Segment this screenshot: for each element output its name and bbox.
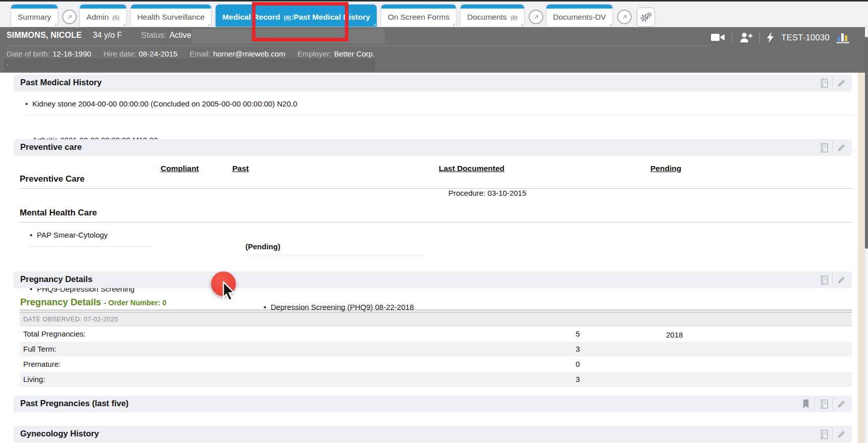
section-past-medical-history: Past Medical History [14,75,852,91]
email-value: horner@mieweb.com [213,49,285,58]
subtitle-order-number: - Order Number: 0 [104,299,167,307]
app-screen: Summary Admin (5) Health Surveillance Me… [0,0,868,443]
gears-icon [640,12,652,23]
pmh-item: Kidney stone 2004-00-00 00:00:00 (Conclu… [24,97,860,116]
scrollbar-thumb[interactable] [865,37,868,249]
add-person-icon[interactable] [739,32,752,42]
right-sidebar-strip [858,73,865,443]
tab-admin[interactable]: Admin (5) [80,5,126,27]
patient-demographics-row: Date of birth:12-18-1990 Hire date:08-24… [7,45,713,58]
row-value: 5 [576,329,580,338]
dob-value: 12-18-1990 [53,49,91,58]
pregnancy-row: Living: 3 [20,372,852,387]
subtitle-main: Pregnancy Details [20,297,101,307]
date-observed-row: DATE OBSERVED: 07-02-2025 [20,312,852,326]
section-gynecology-history: Gynecology History [14,426,852,442]
section-title: Past Medical History [20,78,101,87]
journal-button[interactable] [815,75,832,91]
column-header-compliant: Compliant [161,164,199,173]
window-top-edge [0,0,868,2]
row-value: 3 [576,375,580,383]
summary-popout-button[interactable] [62,10,77,24]
flowsheet-chart-icon[interactable] [837,32,851,43]
mouse-cursor [221,281,237,302]
tab-badge: (8) [510,15,518,21]
edit-pencil-button[interactable] [833,426,850,442]
external-link-icon [67,14,73,20]
hire-date-value: 08-24-2015 [139,49,178,58]
last-documented-value: Procedure: 03-10-2015 [448,189,526,197]
row-value: 0 [576,360,580,368]
quick-action-bolt-icon[interactable] [767,32,774,43]
edit-pencil-button[interactable] [833,396,850,412]
section-title: Gynecology History [20,429,99,438]
pregnancy-row: Total Pregnancies: 5 [20,326,852,342]
section-title: Pregnancy Details [20,274,92,284]
section-title: Past Pregnancies (last five) [20,399,129,408]
email-label: Email: [189,49,211,58]
status-label: Status: [141,31,167,40]
tab-label: Documents [467,13,506,21]
chart-tab-bar: Summary Admin (5) Health Surveillance Me… [0,2,868,27]
column-header-last-documented: Last Documented [439,164,504,173]
video-visit-icon[interactable] [711,33,725,42]
patient-note-strip: . [4,59,375,71]
tab-label: Summary [18,13,51,21]
row-label: Full Term: [23,345,57,353]
bookmark-button[interactable] [797,396,814,412]
tab-badge: (5) [113,15,120,21]
patient-header-band: SIMMONS, NICOLE 34 y/o F Status: Active [0,27,868,73]
tab-on-screen-forms[interactable]: On Screen Forms [381,5,456,27]
journal-button[interactable] [815,426,832,442]
employer-label: Employer: [297,49,332,58]
journal-button[interactable] [815,271,832,288]
journal-button[interactable] [815,396,832,412]
patient-note: . [7,59,9,67]
dob-label: Date of birth: [7,49,50,58]
chart-id: TEST-10030 [781,33,830,42]
patient-age-sex: 34 y/o F [93,31,122,40]
section-preventive-care: Preventive care [14,139,852,156]
status-value: Active [169,31,191,40]
tab-documents-dv[interactable]: Documents-DV [546,5,612,27]
row-label: Living: [23,375,45,383]
tab-health-surveillance[interactable]: Health Surveillance [131,5,212,27]
section-past-pregnancies: Past Pregnancies (last five) [14,396,852,412]
external-link-icon [533,14,539,20]
past-screening-pending-flag: (Pending) [245,242,425,255]
group-header-mental-health-care: Mental Health Care [20,208,852,223]
group-header-preventive-care: Preventive Care [20,174,852,189]
journal-button[interactable] [815,139,832,156]
pregnancy-details-subtitle: Pregnancy Details - Order Number: 0 [20,297,167,308]
tab-summary[interactable]: Summary [11,5,58,27]
row-value: 3 [576,345,580,353]
tab-settings-button[interactable] [637,8,655,27]
pregnancy-row: Premature: 0 [20,357,852,372]
section-title: Preventive care [20,142,82,152]
divider [732,32,732,43]
divider [759,32,760,43]
patient-name: SIMMONS, NICOLE [7,31,82,40]
row-label: Premature: [23,360,61,368]
edit-pencil-button[interactable] [833,139,850,156]
pregnancy-row: Full Term: 3 [20,342,852,357]
tab-label: Health Surveillance [137,13,205,21]
tab-label: Admin [86,13,109,21]
documents-popout-button[interactable] [529,10,543,24]
external-link-icon [622,14,628,20]
preventive-item: PAP Smear-Cytology [29,229,153,247]
tab-documents[interactable]: Documents (8) [461,5,524,27]
edit-pencil-button[interactable] [833,271,850,288]
documents-dv-popout-button[interactable] [617,10,632,24]
tab-label: Documents-DV [553,13,606,21]
employer-value: Better Corp. [334,49,375,58]
hire-date-label: Hire date: [104,49,136,58]
column-header-pending: Pending [650,164,681,173]
section-pregnancy-details: Pregnancy Details [14,271,852,288]
row-label: Total Pregnancies: [23,329,85,338]
edit-pencil-button[interactable] [833,75,850,91]
column-header-past: Past [232,164,249,173]
highlight-box-annotation [252,2,348,41]
tab-label: On Screen Forms [388,13,449,21]
